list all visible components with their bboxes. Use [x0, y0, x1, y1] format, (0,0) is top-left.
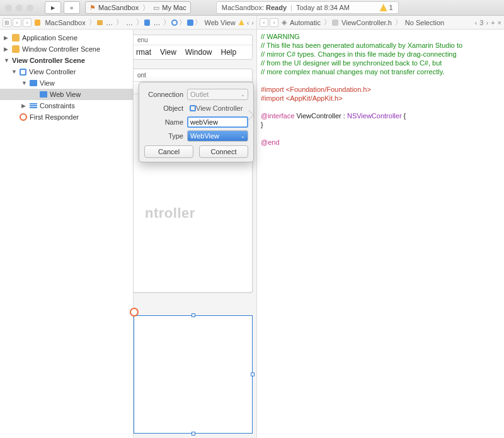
jb-seg2[interactable]: …: [104, 19, 115, 26]
label: View: [40, 79, 55, 87]
warning-icon: [380, 4, 387, 11]
back-icon[interactable]: ‹: [260, 18, 268, 27]
traffic-lights: [5, 4, 33, 11]
jb-seg-project[interactable]: MacSandbox: [43, 19, 87, 26]
jb-mode[interactable]: Automatic: [288, 19, 323, 26]
name-input[interactable]: webView: [187, 116, 248, 128]
menu-format[interactable]: rmat: [136, 48, 151, 57]
scene-icon: [12, 45, 20, 53]
code-line: #import <AppKit/AppKit.h>: [261, 94, 500, 103]
chevron-left-icon[interactable]: ‹: [475, 19, 478, 26]
code-line: // This file has been generated automati…: [261, 41, 500, 50]
code-line: // mirror C# types. Changes in this file…: [261, 50, 500, 59]
value: webView: [190, 118, 218, 126]
chevron-left-icon[interactable]: ‹: [247, 19, 249, 26]
label: View Controller Scene: [12, 57, 85, 64]
view-controller-icon: [20, 69, 26, 76]
status-time: Today at 8:34 AM: [296, 4, 350, 11]
stop-button[interactable]: [64, 1, 80, 14]
first-responder-icon: [20, 113, 27, 121]
object-select[interactable]: View Controller: [187, 103, 248, 114]
label: View Controller: [29, 68, 76, 76]
window-titlebar: ⚑ MacSandbox 〉 ▭ My Mac MacSandbox: Read…: [0, 0, 504, 16]
resize-handle-top[interactable]: [192, 313, 195, 317]
outline-application-scene[interactable]: Application Scene: [0, 32, 133, 43]
code-line: }: [261, 120, 500, 129]
outline-web-view[interactable]: Web View: [0, 89, 133, 100]
menu-bar-preview: enu rmat View Window Help: [134, 35, 253, 60]
jumpbar-canvas[interactable]: ⊞ ‹ › MacSandbox〉 …〉 …〉 …〉 〉 〉 Web View …: [0, 16, 257, 30]
chevron-right-icon[interactable]: ›: [486, 19, 488, 26]
counterpart-counter: 3: [479, 19, 483, 26]
back-icon[interactable]: ‹: [13, 18, 21, 27]
scheme-device: My Mac: [162, 4, 186, 11]
resize-handle-right[interactable]: [251, 373, 255, 376]
type-label: Type: [144, 132, 183, 140]
name-label: Name: [144, 118, 183, 126]
header-file-icon: [332, 20, 338, 26]
outline-view[interactable]: View: [0, 77, 133, 89]
run-button[interactable]: [45, 1, 61, 14]
jb-seg-webview[interactable]: Web View: [203, 19, 238, 26]
jb-seg3[interactable]: …: [124, 19, 135, 26]
view-icon: [187, 20, 193, 26]
close-window-icon[interactable]: [5, 4, 12, 11]
warning-count: 1: [389, 4, 393, 11]
warning-icon[interactable]: [239, 20, 244, 25]
zoom-window-icon[interactable]: [26, 4, 33, 11]
scheme-target: MacSandbox: [98, 4, 139, 11]
menu-help[interactable]: Help: [220, 48, 236, 57]
view-icon: [30, 80, 37, 86]
label: enu: [137, 36, 148, 43]
value: WebView: [190, 132, 219, 140]
outline-first-responder[interactable]: First Responder: [0, 111, 133, 123]
constraints-icon: [30, 103, 37, 109]
activity-status: MacSandbox: Ready | Today at 8:34 AM 1: [216, 1, 399, 14]
value: View Controller: [196, 104, 243, 112]
jb-selection[interactable]: No Selection: [403, 19, 446, 26]
related-items-icon[interactable]: ⊞: [3, 18, 11, 27]
code-line: @interface ViewController : NSViewContro…: [261, 111, 500, 120]
folder-icon: [97, 20, 103, 25]
label: Web View: [50, 91, 81, 98]
connection-type-select[interactable]: Outlet⌄: [187, 89, 248, 100]
jumpbar-editor[interactable]: ‹ › ◈ Automatic〉 ViewController.h〉 No Se…: [257, 16, 504, 30]
scene-icon: [12, 34, 20, 42]
label: Application Scene: [22, 34, 77, 42]
code-line: #import <Foundation/Foundation.h>: [261, 85, 500, 94]
type-select[interactable]: WebView⌄: [187, 130, 248, 142]
warnings-badge[interactable]: 1: [380, 4, 393, 11]
menu-window[interactable]: Window: [185, 48, 212, 57]
placeholder-label: ntroller: [145, 205, 195, 222]
label: Constraints: [40, 102, 75, 110]
code-line: @end: [261, 138, 500, 147]
jb-seg4[interactable]: …: [151, 19, 162, 26]
cancel-button[interactable]: Cancel: [144, 145, 193, 158]
code-line: // WARNING: [261, 32, 500, 41]
view-controller-icon: [171, 20, 178, 26]
outline-window-controller-scene[interactable]: Window Controller Scene: [0, 43, 133, 55]
webview-selection[interactable]: [134, 315, 253, 434]
code-line: // from the UI designer will be synchron…: [261, 59, 500, 67]
close-assistant-icon[interactable]: ×: [498, 19, 501, 26]
minimize-window-icon[interactable]: [16, 4, 23, 11]
outline-view-controller-scene[interactable]: View Controller Scene: [0, 55, 133, 66]
outline-view-controller[interactable]: View Controller: [0, 66, 133, 77]
status-state: Ready: [266, 4, 287, 11]
label: Window Controller Scene: [22, 45, 100, 53]
add-assistant-icon[interactable]: +: [491, 19, 495, 26]
scheme-selector[interactable]: ⚑ MacSandbox 〉 ▭ My Mac: [85, 1, 191, 14]
menu-view[interactable]: View: [160, 48, 176, 57]
jb-file[interactable]: ViewController.h: [340, 19, 394, 26]
resize-handle-bottom[interactable]: [192, 432, 195, 435]
connection-indicator-icon: [130, 308, 139, 317]
outline-constraints[interactable]: Constraints: [0, 100, 133, 111]
label: First Responder: [30, 113, 79, 121]
view-controller-icon: [190, 105, 196, 111]
forward-icon[interactable]: ›: [270, 18, 278, 27]
source-editor[interactable]: // WARNING // This file has been generat…: [257, 30, 504, 438]
forward-icon[interactable]: ›: [23, 18, 32, 27]
chevron-right-icon[interactable]: ›: [251, 19, 254, 26]
storyboard-icon: [144, 20, 150, 26]
connect-button[interactable]: Connect: [199, 145, 248, 158]
